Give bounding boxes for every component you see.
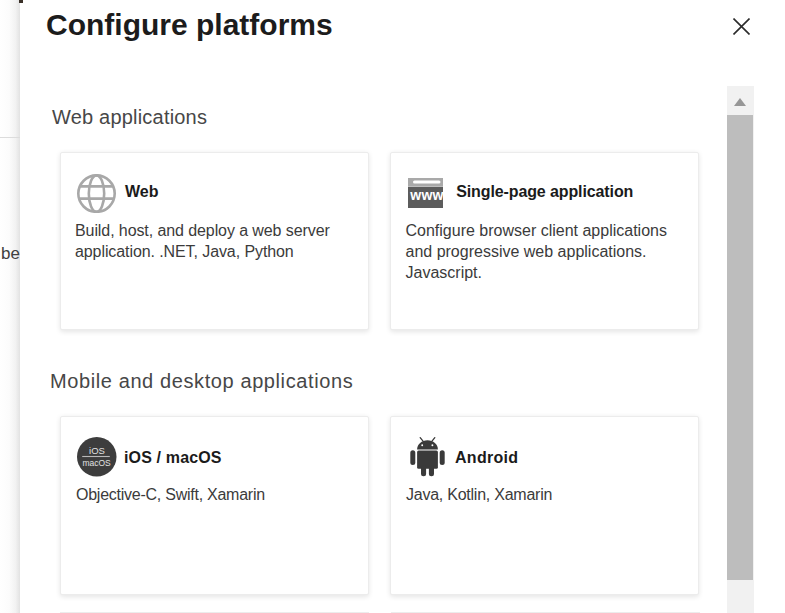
svg-text:iOS: iOS xyxy=(89,445,105,456)
svg-text:www: www xyxy=(409,186,443,202)
svg-text:macOS: macOS xyxy=(83,458,112,468)
